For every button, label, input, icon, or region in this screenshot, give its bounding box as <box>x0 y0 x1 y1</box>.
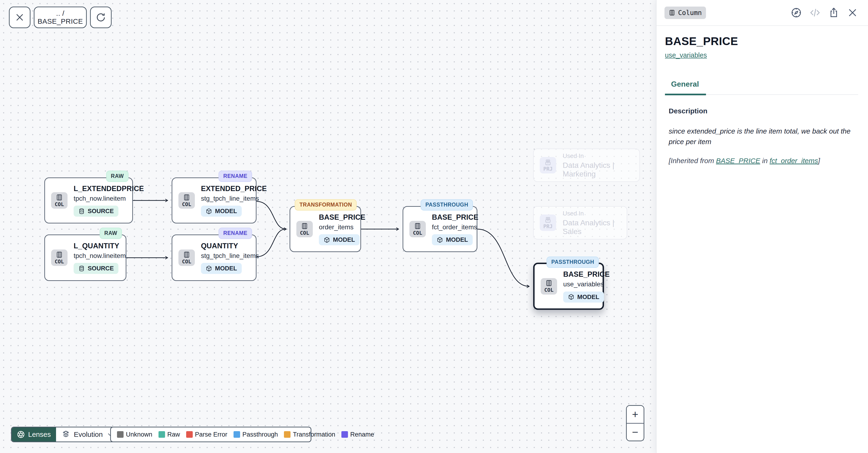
panel-tabs: General <box>665 80 858 95</box>
model-pill: MODEL <box>563 291 604 303</box>
used-in-node-sales: PRJ Used In Data Analytics | Sales <box>533 206 627 239</box>
model-pill: MODEL <box>201 206 242 217</box>
panel-title: BASE_PRICE <box>665 35 858 48</box>
used-in-label: Used In <box>563 152 584 160</box>
project-icon <box>545 217 552 223</box>
lens-legend: Unknown Raw Parse Error Passthrough Tran… <box>110 427 311 442</box>
code-icon <box>809 7 820 18</box>
compass-icon <box>790 7 802 18</box>
node-title: BASE_PRICE <box>432 213 478 222</box>
zoom-control: + − <box>626 405 644 441</box>
node-base-price-order-items[interactable]: TRANSFORMATION COL BASE_PRICE order_item… <box>289 206 361 252</box>
legend-swatch <box>284 431 290 438</box>
project-type-icon: PRJ <box>540 215 556 231</box>
column-type-icon: COL <box>179 192 195 209</box>
used-in-name: Data Analytics | Sales <box>563 219 621 236</box>
column-type-icon: COL <box>51 192 67 209</box>
legend-item-rename: Rename <box>341 431 374 438</box>
source-pill: SOURCE <box>73 206 118 217</box>
close-icon <box>847 7 858 18</box>
cube-icon <box>206 208 212 215</box>
node-title: EXTENDED_PRICE <box>201 184 267 193</box>
node-l-quantity[interactable]: RAW COL L_QUANTITY tpch_now.lineitem SOU… <box>44 234 126 281</box>
refresh-icon <box>95 12 106 23</box>
column-icon <box>183 251 190 258</box>
legend-swatch <box>341 431 348 438</box>
lens-badge: RENAME <box>219 228 252 239</box>
lens-badge: PASSTHROUGH <box>421 199 473 210</box>
column-icon <box>669 9 675 16</box>
breadcrumb[interactable]: .. / BASE_PRICE <box>34 6 87 28</box>
share-icon <box>828 7 839 18</box>
cube-icon <box>437 236 443 243</box>
node-title: L_EXTENDEDPRICE <box>73 184 144 193</box>
legend-item-passthrough: Passthrough <box>234 431 278 438</box>
column-icon <box>414 223 421 230</box>
cube-icon <box>568 294 575 300</box>
used-in-name: Data Analytics | Marketing <box>563 161 633 178</box>
details-panel-header: Column <box>656 0 868 26</box>
node-model: stg_tpch_line_items <box>201 194 259 203</box>
node-base-price-use-variables[interactable]: PASSTHROUGH COL BASE_PRICE use_variables… <box>533 263 604 310</box>
node-model: order_items <box>319 223 353 231</box>
legend-swatch <box>158 431 165 438</box>
details-panel: Column BASE_PRICE use_variables General … <box>656 0 868 453</box>
node-quantity[interactable]: RENAME COL QUANTITY stg_tpch_line_items … <box>172 234 256 281</box>
inherited-note: [Inherited from BASE_PRICE in fct_order_… <box>669 157 858 165</box>
description-label: Description <box>669 107 858 115</box>
column-type-icon: COL <box>51 250 67 266</box>
model-pill: MODEL <box>432 234 473 245</box>
column-icon <box>301 223 308 230</box>
legend-item-parse-error: Parse Error <box>186 431 227 438</box>
node-title: BASE_PRICE <box>319 213 365 222</box>
lenses-button[interactable]: Lenses <box>12 427 56 442</box>
project-icon <box>545 159 552 166</box>
zoom-out-button[interactable]: − <box>627 424 644 441</box>
inherited-column-link[interactable]: BASE_PRICE <box>716 157 760 165</box>
database-icon <box>78 265 85 272</box>
lens-badge: TRANSFORMATION <box>295 199 356 210</box>
column-type-icon: COL <box>179 250 195 266</box>
zoom-in-button[interactable]: + <box>627 406 644 424</box>
node-base-price-fct-order-items[interactable]: PASSTHROUGH COL BASE_PRICE fct_order_ite… <box>403 206 477 252</box>
project-type-icon: PRJ <box>540 157 556 173</box>
node-l-extendedprice[interactable]: RAW COL L_EXTENDEDPRICE tpch_now.lineite… <box>44 177 133 223</box>
node-title: QUANTITY <box>201 242 238 251</box>
node-extended-price[interactable]: RENAME COL EXTENDED_PRICE stg_tpch_line_… <box>172 177 256 223</box>
node-model: use_variables <box>563 280 604 288</box>
node-model: stg_tpch_line_items <box>201 252 259 260</box>
cube-icon <box>323 236 330 243</box>
column-type-icon: COL <box>541 278 557 294</box>
evolution-lens-dropdown[interactable]: Evolution <box>56 427 119 442</box>
column-type-icon: COL <box>409 221 426 237</box>
used-in-label: Used In <box>563 210 584 217</box>
node-title: BASE_PRICE <box>563 270 610 279</box>
lens-badge: RAW <box>100 228 122 239</box>
legend-swatch <box>234 431 240 438</box>
source-pill: SOURCE <box>73 263 118 274</box>
column-icon <box>56 194 63 201</box>
breadcrumb-label: .. / BASE_PRICE <box>34 9 86 25</box>
navigate-button[interactable] <box>790 7 802 18</box>
refresh-button[interactable] <box>90 6 112 28</box>
close-panel-button[interactable] <box>847 7 858 18</box>
legend-item-unknown: Unknown <box>117 431 152 438</box>
inherited-model-link[interactable]: fct_order_items <box>770 157 818 165</box>
share-button[interactable] <box>828 7 839 18</box>
tab-general[interactable]: General <box>665 80 706 95</box>
model-link[interactable]: use_variables <box>665 51 707 59</box>
legend-swatch <box>117 431 124 438</box>
lens-badge: RAW <box>106 171 128 182</box>
lens-control-group: Lenses Evolution <box>11 427 120 442</box>
close-lineage-button[interactable] <box>9 6 30 28</box>
database-icon <box>78 208 85 215</box>
column-icon <box>183 194 190 201</box>
column-icon <box>56 251 63 258</box>
legend-item-raw: Raw <box>158 431 180 438</box>
model-pill: MODEL <box>319 234 360 245</box>
view-code-button[interactable] <box>809 7 820 18</box>
used-in-node-marketing: PRJ Used In Data Analytics | Marketing <box>533 148 640 182</box>
node-model: tpch_now.lineitem <box>73 252 126 260</box>
legend-swatch <box>186 431 193 438</box>
node-model: tpch_now.lineitem <box>73 194 126 203</box>
